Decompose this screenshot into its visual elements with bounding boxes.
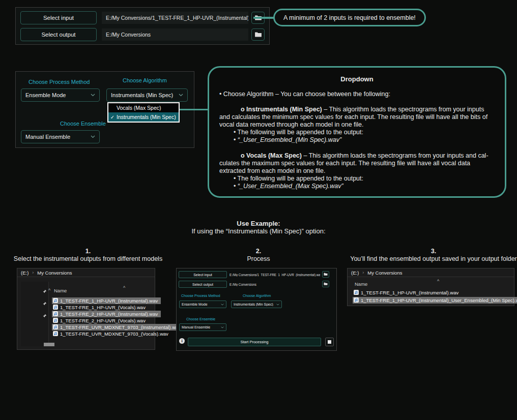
breadcrumb: (E:) › My Conversions [348,268,514,277]
breadcrumb-drive[interactable]: (E:) [351,270,359,276]
process-method-dropdown[interactable]: Ensemble Mode [21,88,100,102]
nav-collapse-caret-icon[interactable]: ^ [48,288,50,293]
select-output-button[interactable]: Select output [20,28,97,41]
file-row[interactable]: 1_TEST-FRE_UVR_MDXNET_9703_(Vocals).wav [52,331,171,337]
max-spec-bullet2: • “_User_Ensembled_(Max Spec).wav” [219,183,495,190]
algorithm-open-dropdown-list: Vocals (Max Spec) ✓ Instrumentals (Min S… [107,102,180,123]
ensemble-value: Manual Ensemble [25,134,89,140]
bullet-marker: • [234,183,238,190]
step-2-heading: 2. Process [175,248,342,263]
pin-icon [43,289,47,294]
browse-output-button[interactable] [322,281,329,287]
info-box-intro: • Choose Algorithm – You can choose betw… [219,91,495,98]
breadcrumb-separator-icon: › [32,270,34,275]
breadcrumb-folder[interactable]: My Conversions [37,270,72,276]
info-icon[interactable]: i [179,338,185,344]
ensemble-label: Choose Ensemble [186,317,215,321]
select-output-button[interactable]: Select output [179,281,227,288]
process-method-label: Choose Process Method [181,294,220,297]
chevron-down-icon [91,135,95,138]
option-label: Vocals (Max Spec) [117,105,161,111]
breadcrumb-folder[interactable]: My Conversions [367,270,402,276]
chevron-down-icon [276,304,279,306]
options-panel: Choose Process Method Ensemble Mode Choo… [15,71,194,148]
callout-connector-line [253,17,275,19]
file-row[interactable]: 1_TEST-FRE_1_HP-UVR_(Instrumental).wav [353,289,462,296]
chevron-down-icon [221,326,224,328]
use-example-subtitle: If using the “Instrumentals (Min Spec)” … [0,227,517,235]
uvr-app-screenshot: Select input E:/My Conversions/1_TEST-FR… [176,268,337,351]
process-method-value: Ensemble Mode [182,303,219,306]
audio-file-icon [53,331,58,337]
file-row[interactable]: 1_TEST-FRE_1_HP-UVR_(Vocals).wav [52,304,149,311]
file-row[interactable]: 1_TEST-FRE_1_HP-UVR_(Instrumental).wav [52,297,161,304]
ensemble-value: Manual Ensemble [182,325,219,329]
ensemble-dropdown[interactable]: Manual Ensemble [179,323,226,331]
sort-caret-icon[interactable]: ^ [437,279,439,284]
input-path-field[interactable]: E:/My Conversions/1_TEST-FRE_1_HP-UVR_(I… [229,273,320,277]
name-column-header[interactable]: Name [54,288,67,293]
audio-file-icon [53,311,58,317]
check-icon: ✓ [108,114,117,120]
explorer-window-output: (E:) › My Conversions Name ^ 1_TEST-FRE_… [347,268,514,306]
explorer-window-inputs: (E:) › My Conversions ^ Name ^ 1_TEST-FR… [17,268,155,350]
breadcrumb-drive[interactable]: (E:) [21,270,28,276]
process-method-dropdown[interactable]: Ensemble Mode [179,301,226,308]
name-column-header[interactable]: Name [355,281,367,287]
algorithm-value: Instrumentals (Min Spec) [234,303,275,306]
output-path-field[interactable]: E:/My Conversions [102,28,248,41]
chevron-down-icon [179,94,183,97]
bullet-marker: • [234,136,238,143]
output-row: Select output E:/My Conversions [20,28,265,41]
input-path-field[interactable]: E:/My Conversions/1_TEST-FRE_1_HP-UVR_(I… [102,12,248,24]
browse-output-button[interactable] [251,28,265,41]
ensemble-dropdown[interactable]: Manual Ensemble [21,130,100,143]
input-output-panel: Select input E:/My Conversions/1_TEST-FR… [15,7,270,45]
min-spec-bullet1: • The following will be appended to the … [219,129,495,136]
min-spec-filename: “_User_Ensembled_(Min Spec).wav” [238,136,341,143]
minimum-inputs-callout: A minimum of 2 inputs is required to ens… [273,9,426,26]
file-name: 1_TEST-FRE_1_HP-UVR_(Vocals).wav [60,305,146,310]
option-label: Instrumentals (Min Spec) [117,114,176,120]
audio-file-icon [53,324,58,331]
algorithm-value: Instrumentals (Min Spec) [111,92,177,98]
folder-icon [324,282,328,286]
start-processing-button[interactable]: Start Processing [188,338,321,346]
folder-icon [324,273,328,276]
step-1-heading: 1. Select the instrumental outputs from … [4,248,172,263]
audio-file-icon [354,290,359,296]
file-name: 1_TEST-FRE_1_HP-UVR_(Instrumental).wav [60,298,158,304]
algorithm-label: Choose Algorithm [243,294,271,297]
sort-caret-icon[interactable]: ^ [123,285,125,290]
step-caption: You’ll find the ensembled output saved i… [350,255,517,263]
dropdown-option-vocals-max-spec[interactable]: Vocals (Max Spec) [108,103,179,112]
algorithm-dropdown[interactable]: Instrumentals (Min Spec) [231,301,282,308]
scrollbar-thumb[interactable] [44,343,54,346]
select-input-button[interactable]: Select input [179,271,227,278]
file-row[interactable]: 1_TEST-FRE_UVR_MDXNET_9703_(Instrumental… [52,324,184,331]
audio-file-icon [354,297,359,304]
infobox-connector-line [179,109,208,110]
stop-button[interactable] [325,338,334,346]
process-method-label: Choose Process Method [28,79,90,85]
file-name: 1_TEST-FRE_1_HP-UVR_(Instrumental).wav [361,290,458,295]
max-spec-filename: “_User_Ensembled_(Max Spec).wav” [238,183,343,190]
file-row[interactable]: 1_TEST-FRE_2_HP-UVR_(Instrumental).wav [52,311,161,317]
output-path-field[interactable]: E:/My Conversions [229,283,320,286]
info-box-title: Dropdown [219,75,495,83]
algorithm-dropdown[interactable]: Instrumentals (Min Spec) [106,88,188,102]
file-row[interactable]: 1_TEST-FRE_2_HP-UVR_(Vocals).wav [52,317,149,324]
file-name: 1_TEST-FRE_2_HP-UVR_(Instrumental).wav [60,311,158,317]
select-input-button[interactable]: Select input [20,11,97,24]
step-caption: Process [175,255,342,263]
browse-input-button[interactable] [322,271,329,278]
folder-icon [254,30,262,39]
dropdown-info-box: Dropdown • Choose Algorithm – You can ch… [208,66,506,198]
min-spec-bullet2: • “_User_Ensembled_(Min Spec).wav” [219,136,495,144]
audio-file-icon [53,305,58,311]
file-row[interactable]: 1_TEST-FRE_1_HP-UVR_(Instrumental)_User_… [353,297,517,304]
pin-icon [43,301,47,307]
pin-icon [43,313,47,319]
page: Select input E:/My Conversions/1_TEST-FR… [0,0,517,420]
dropdown-option-instrumentals-min-spec[interactable]: ✓ Instrumentals (Min Spec) [108,112,179,122]
